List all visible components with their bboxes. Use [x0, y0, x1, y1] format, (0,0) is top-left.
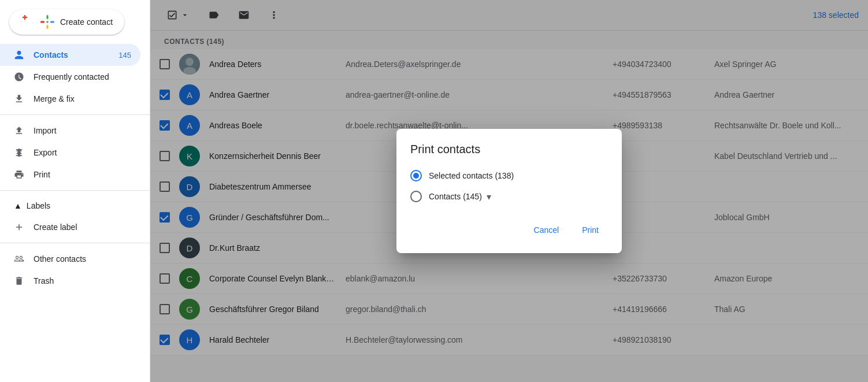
sidebar-divider-2 — [0, 190, 150, 191]
import-label: Import — [34, 126, 57, 135]
merge-fix-label: Merge & fix — [34, 94, 75, 103]
cancel-button[interactable]: Cancel — [525, 221, 569, 239]
sidebar-item-print[interactable]: Print — [0, 164, 140, 186]
sidebar-item-export[interactable]: Export — [0, 142, 140, 164]
radio-selected — [410, 170, 422, 181]
other-contacts-label: Other contacts — [34, 254, 86, 264]
dialog-actions: Cancel Print — [410, 221, 608, 239]
print-contacts-dialog: Print contacts Selected contacts (138) C… — [396, 129, 622, 253]
chevron-up-icon: ▲ — [14, 201, 22, 210]
sidebar-item-trash[interactable]: Trash — [0, 270, 140, 292]
dialog-options: Selected contacts (138) Contacts (145) ▾ — [410, 170, 608, 202]
option-selected-contacts[interactable]: Selected contacts (138) — [410, 170, 608, 181]
contacts-option-text: Contacts (145) — [429, 192, 482, 201]
print-label: Print — [34, 170, 50, 179]
merge-icon — [14, 94, 24, 104]
labels-section-header[interactable]: ▲ Labels — [0, 195, 150, 216]
import-icon — [14, 125, 24, 136]
sidebar-item-create-label[interactable]: Create label — [0, 216, 140, 238]
svg-rect-7 — [47, 25, 49, 29]
sidebar-divider-1 — [0, 114, 150, 115]
radio-inner-dot — [413, 173, 419, 179]
clock-icon — [14, 72, 24, 82]
export-label: Export — [34, 148, 57, 157]
svg-rect-6 — [50, 21, 54, 23]
sidebar-item-import[interactable]: Import — [0, 120, 140, 142]
sidebar-item-frequently-contacted[interactable]: Frequently contacted — [0, 66, 140, 88]
svg-rect-8 — [47, 21, 49, 23]
person-icon — [14, 50, 24, 60]
google-plus-icon — [40, 15, 54, 29]
svg-rect-5 — [47, 15, 49, 19]
sidebar-divider-3 — [0, 243, 150, 243]
create-contact-button[interactable]: + Create contact — [9, 9, 124, 35]
main-content: 138 selected CONTACTS (145) Andrea Deter… — [150, 0, 868, 382]
radio-contacts — [410, 191, 422, 202]
print-button[interactable]: Print — [573, 221, 608, 239]
contacts-option-label: Contacts (145) ▾ — [429, 191, 491, 202]
option-contacts[interactable]: Contacts (145) ▾ — [410, 191, 608, 202]
create-label-text: Create label — [34, 222, 77, 232]
create-contact-label: Create contact — [60, 17, 113, 27]
contacts-badge: 145 — [118, 51, 131, 60]
other-contacts-icon — [14, 254, 24, 264]
contacts-nav-label: Contacts — [34, 50, 68, 60]
plus-icon: + — [21, 15, 35, 29]
dropdown-arrow-icon: ▾ — [487, 191, 491, 202]
labels-header-label: Labels — [27, 201, 50, 210]
sidebar-item-merge-fix[interactable]: Merge & fix — [0, 88, 140, 110]
dialog-title: Print contacts — [410, 143, 608, 156]
svg-rect-4 — [40, 21, 44, 23]
sidebar-item-other-contacts[interactable]: Other contacts — [0, 248, 140, 270]
add-icon — [14, 222, 24, 232]
dialog-overlay: Print contacts Selected contacts (138) C… — [150, 0, 868, 382]
trash-icon — [14, 276, 24, 286]
selected-contacts-label: Selected contacts (138) — [429, 171, 514, 180]
trash-label: Trash — [34, 276, 54, 285]
export-icon — [14, 147, 24, 158]
sidebar-item-contacts[interactable]: Contacts 145 — [0, 44, 140, 66]
print-icon — [14, 169, 24, 180]
frequently-contacted-label: Frequently contacted — [34, 72, 109, 81]
sidebar: + Create contact Contacts 145 Frequently… — [0, 0, 150, 382]
